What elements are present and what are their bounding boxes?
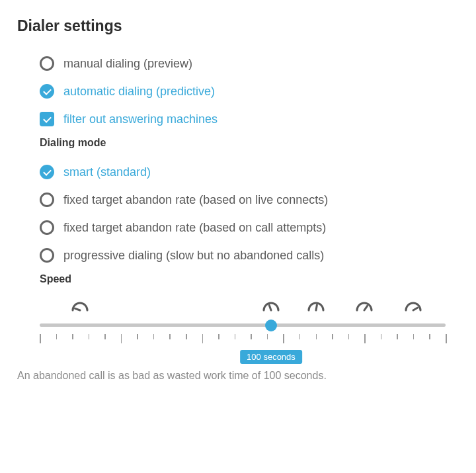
radio-automatic-dialing[interactable]: automatic dialing (predictive)	[40, 77, 459, 105]
radio-label: fixed target abandon rate (based on live…	[63, 193, 328, 207]
radio-icon	[40, 248, 54, 263]
page-title: Dialer settings	[17, 17, 459, 35]
slider-thumb[interactable]	[265, 320, 277, 331]
radio-fixed-abandon-live[interactable]: fixed target abandon rate (based on live…	[40, 186, 459, 214]
radio-icon	[40, 56, 54, 71]
svg-line-0	[75, 308, 81, 310]
speedometer-icon	[71, 300, 89, 316]
speed-caption: An abandoned call is as bad as wasted wo…	[17, 370, 459, 382]
dialing-mode-heading: Dialing mode	[40, 137, 459, 149]
svg-line-4	[413, 308, 418, 310]
speedometer-icon	[404, 300, 422, 316]
slider-value-bubble: 100 seconds	[240, 350, 302, 364]
radio-label: smart (standard)	[63, 165, 151, 179]
dialing-mode-group: smart (standard) fixed target abandon ra…	[40, 158, 459, 269]
dial-type-group: manual dialing (preview) automatic diali…	[40, 50, 459, 133]
slider-track	[40, 323, 446, 327]
checkbox-filter-answering-machines[interactable]: filter out answering machines	[40, 105, 459, 133]
radio-label: progressive dialing (slow but no abandon…	[63, 249, 324, 263]
speedometer-icon	[355, 300, 374, 316]
radio-icon-selected	[40, 84, 54, 99]
radio-label: fixed target abandon rate (based on call…	[63, 221, 326, 235]
radio-fixed-abandon-attempts[interactable]: fixed target abandon rate (based on call…	[40, 214, 459, 241]
radio-icon	[40, 193, 54, 207]
speedometer-icon	[307, 300, 325, 316]
speedometer-icon	[262, 300, 280, 316]
checkbox-label: filter out answering machines	[63, 112, 218, 126]
radio-label: automatic dialing (predictive)	[63, 85, 215, 99]
slider-ticks	[40, 334, 446, 346]
radio-smart-standard[interactable]: smart (standard)	[40, 158, 459, 186]
checkmark-icon	[40, 112, 54, 126]
speed-control: 100 seconds	[40, 294, 459, 349]
radio-progressive-dialing[interactable]: progressive dialing (slow but no abandon…	[40, 241, 459, 269]
svg-line-3	[364, 306, 368, 310]
speed-gauge-row	[40, 294, 446, 323]
speed-slider[interactable]: 100 seconds	[40, 323, 446, 349]
radio-manual-dialing[interactable]: manual dialing (preview)	[40, 50, 459, 77]
svg-line-2	[316, 305, 317, 310]
svg-line-1	[269, 306, 271, 311]
radio-icon-selected	[40, 165, 54, 179]
radio-label: manual dialing (preview)	[63, 57, 192, 71]
speed-heading: Speed	[40, 273, 459, 285]
radio-icon	[40, 220, 54, 235]
